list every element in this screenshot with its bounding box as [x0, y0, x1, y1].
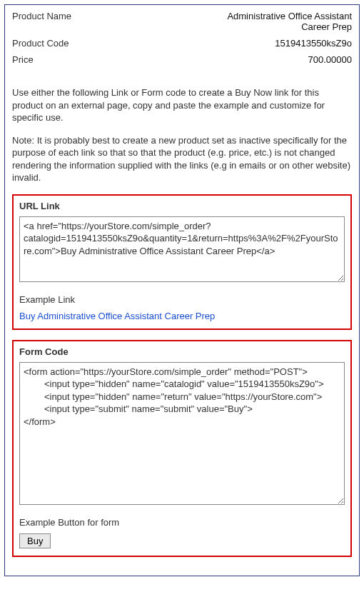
- product-code-label: Product Code: [12, 38, 69, 49]
- product-code-row: Product Code 1519413550ksZ9o: [12, 38, 352, 49]
- note-text: Note: It is probably best to create a ne…: [12, 134, 352, 184]
- example-button-label: Example Button for form: [19, 517, 345, 528]
- price-label: Price: [12, 54, 34, 65]
- price-value: 700.00000: [308, 54, 352, 65]
- form-code-textarea[interactable]: [19, 362, 345, 505]
- url-link-heading: URL Link: [19, 201, 345, 211]
- example-link[interactable]: Buy Administrative Office Assistant Care…: [19, 311, 215, 321]
- product-name-value: Administrative Office Assistant Career P…: [223, 11, 352, 32]
- product-name-row: Product Name Administrative Office Assis…: [12, 11, 352, 32]
- instructions-text: Use either the following Link or Form co…: [12, 86, 352, 124]
- url-link-section: URL Link Example Link Buy Administrative…: [12, 194, 352, 330]
- product-code-value: 1519413550ksZ9o: [275, 38, 352, 49]
- form-code-section: Form Code Example Button for form: [12, 340, 352, 557]
- product-name-label: Product Name: [12, 11, 71, 21]
- example-link-label: Example Link: [19, 294, 345, 305]
- buy-button[interactable]: [19, 533, 51, 548]
- form-code-heading: Form Code: [19, 346, 345, 357]
- product-link-panel: Product Name Administrative Office Assis…: [4, 4, 360, 576]
- price-row: Price 700.00000: [12, 54, 352, 65]
- url-link-code[interactable]: [19, 216, 345, 282]
